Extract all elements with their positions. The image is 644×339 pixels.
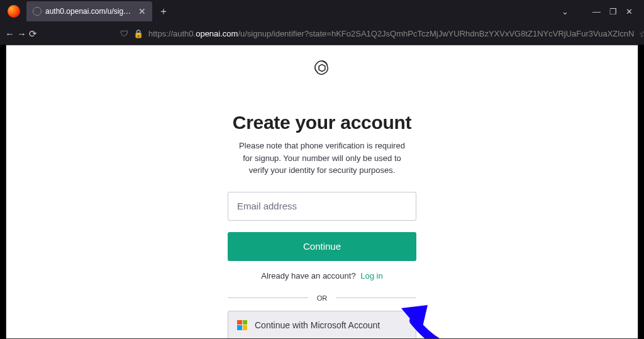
active-tab[interactable]: auth0.openai.com/u/signup/identi ✕	[26, 1, 152, 21]
lock-icon[interactable]: 🔒	[133, 29, 143, 38]
login-prompt: Already have an account? Log in	[261, 271, 382, 281]
microsoft-button-label: Continue with Microsoft Account	[255, 320, 380, 330]
signup-container: Create your account Please note that pho…	[6, 45, 638, 339]
continue-microsoft-button[interactable]: Continue with Microsoft Account	[228, 311, 416, 340]
page-subtext: Please note that phone verification is r…	[234, 140, 410, 177]
maximize-icon[interactable]: ❐	[609, 7, 617, 16]
window-controls: ⌄ — ❐ ✕	[562, 7, 640, 16]
divider: OR	[228, 294, 416, 302]
tab-bar: auth0.openai.com/u/signup/identi ✕ ＋ ⌄ —…	[0, 0, 644, 23]
firefox-logo-icon	[8, 5, 20, 18]
url-bar[interactable]: 🛡 🔒 https://auth0.openai.com/u/signup/id…	[115, 25, 644, 43]
close-icon[interactable]: ✕	[138, 6, 146, 16]
svg-marker-0	[319, 64, 325, 71]
browser-chrome: auth0.openai.com/u/signup/identi ✕ ＋ ⌄ —…	[0, 0, 644, 45]
url-text: https://auth0.openai.com/u/signup/identi…	[148, 29, 634, 38]
close-window-icon[interactable]: ✕	[626, 7, 633, 16]
email-field[interactable]	[228, 192, 416, 221]
login-link[interactable]: Log in	[360, 271, 382, 281]
nav-bar: ← → ⟳ 🛡 🔒 https://auth0.openai.com/u/sig…	[0, 23, 644, 45]
continue-button[interactable]: Continue	[228, 232, 416, 261]
minimize-icon[interactable]: —	[592, 7, 601, 16]
back-button[interactable]: ←	[5, 25, 14, 43]
page-content: Create your account Please note that pho…	[6, 45, 638, 339]
page-title: Create your account	[233, 112, 411, 133]
openai-logo-icon	[313, 59, 331, 77]
bookmark-star-icon[interactable]: ☆	[639, 29, 644, 39]
shield-icon[interactable]: 🛡	[120, 29, 128, 38]
new-tab-button[interactable]: ＋	[155, 3, 172, 20]
microsoft-icon	[237, 320, 247, 330]
tab-favicon-icon	[33, 7, 42, 16]
url-security-icons: 🛡 🔒	[120, 29, 143, 38]
divider-label: OR	[317, 294, 328, 302]
tabs-dropdown-icon[interactable]: ⌄	[562, 7, 569, 16]
reload-button[interactable]: ⟳	[29, 25, 37, 43]
tab-title: auth0.openai.com/u/signup/identi	[45, 7, 135, 16]
forward-button[interactable]: →	[17, 25, 26, 43]
